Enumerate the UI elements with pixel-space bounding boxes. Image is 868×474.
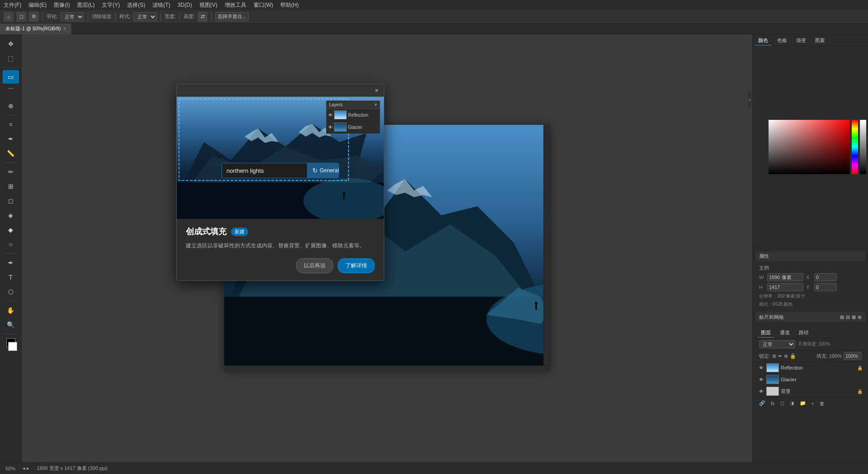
horizontal-scrollbar[interactable] xyxy=(224,365,550,372)
y-input[interactable] xyxy=(814,283,837,291)
menu-plugins[interactable]: 增效工具 xyxy=(225,1,246,9)
menu-help[interactable]: 帮助(H) xyxy=(280,1,299,9)
background-color[interactable] xyxy=(8,342,17,351)
object-select-tool[interactable]: ⊕ xyxy=(3,99,19,113)
menu-type[interactable]: 文字(Y) xyxy=(102,1,120,9)
menu-file[interactable]: 文件(F) xyxy=(4,1,21,9)
svg-point-9 xyxy=(535,302,538,304)
dodge-tool[interactable]: ○ xyxy=(3,237,19,251)
status-bar: 50% ◂ ▸ 1890 宽度 x 1417 像素 (300 ppi) xyxy=(0,462,868,474)
settings-icon[interactable]: ⚙ xyxy=(29,12,39,22)
vertical-scrollbar[interactable] xyxy=(543,125,550,365)
pattern-tab[interactable]: 图案 xyxy=(811,36,829,46)
layers-tab[interactable]: 图层 xyxy=(757,328,774,338)
channels-tab[interactable]: 通道 xyxy=(776,328,793,338)
swap-icon[interactable]: ⇄ xyxy=(198,12,208,22)
paths-tab[interactable]: 路径 xyxy=(795,328,812,338)
lightness-strip[interactable] xyxy=(860,120,866,174)
overlay-eye-2[interactable]: 👁 xyxy=(328,125,333,130)
layer-row-reflection[interactable]: 👁 Reflection 🔒 xyxy=(755,362,865,374)
lock-position-icon[interactable]: ⊕ xyxy=(784,353,788,359)
status-arrows[interactable]: ◂ ▸ xyxy=(23,465,29,471)
gradient-tab[interactable]: 渐变 xyxy=(793,36,810,46)
home-icon[interactable]: ⌂ xyxy=(4,12,14,22)
select-rect-tool[interactable]: ▭ xyxy=(3,70,19,84)
type-tool[interactable]: T xyxy=(3,270,19,284)
properties-section-header[interactable]: 属性 xyxy=(755,251,865,262)
eraser-tool[interactable]: ◻ xyxy=(3,194,19,208)
modal-title-row: 创成式填充 新建 xyxy=(186,226,375,237)
blend-mode-dropdown[interactable]: 正常 xyxy=(759,340,795,348)
layer-row-background[interactable]: 👁 背景 🔒 xyxy=(755,385,865,397)
new-group-icon[interactable]: 📁 xyxy=(798,399,808,407)
color-tab[interactable]: 颜色 xyxy=(755,36,772,46)
pen-tool[interactable]: ✒ xyxy=(3,256,19,270)
generate-input[interactable] xyxy=(222,164,307,178)
ruler-section-header[interactable]: 标尺和网格 ⊞ ⊟ ⊠ ⊛ xyxy=(755,312,865,323)
blur-tool[interactable]: ◆ xyxy=(3,223,19,237)
dismiss-button[interactable]: 以后再说 xyxy=(296,258,333,273)
menu-edit[interactable]: 编辑(E) xyxy=(28,1,47,9)
style-dropdown[interactable]: 正常 xyxy=(133,12,157,21)
width-input[interactable] xyxy=(767,273,803,281)
ruler-icon-3[interactable]: ⊠ xyxy=(852,314,856,320)
lock-all-icon[interactable]: 🔒 xyxy=(790,353,796,359)
shape-tool[interactable]: ⬡ xyxy=(3,285,19,299)
crop-tool[interactable]: ⌗ xyxy=(3,118,19,131)
adjustment-icon[interactable]: ◑ xyxy=(788,399,796,407)
lock-pixel-icon[interactable]: ⊞ xyxy=(772,353,776,359)
layer-eye-glacier[interactable]: 👁 xyxy=(758,377,764,382)
generate-bar: ↻ Generate xyxy=(222,163,339,178)
brush-tool[interactable]: ✏ xyxy=(3,165,19,179)
delete-layer-icon[interactable]: 🗑 xyxy=(818,400,826,407)
swatches-tab[interactable]: 色板 xyxy=(774,36,791,46)
overlay-layer-glacier[interactable]: 👁 Glacier xyxy=(326,121,380,133)
generate-button[interactable]: ↻ Generate xyxy=(307,163,339,178)
menu-filter[interactable]: 滤镜(T) xyxy=(152,1,170,9)
select-mask-button[interactable]: 选择并遮住... xyxy=(215,12,249,21)
measure-tool[interactable]: 📏 xyxy=(3,147,19,160)
menu-3d[interactable]: 3D(D) xyxy=(178,2,192,8)
link-layers-icon[interactable]: 🔗 xyxy=(757,399,767,407)
layer-eye-reflection[interactable]: 👁 xyxy=(758,365,764,370)
feather-dropdown[interactable]: 正常 xyxy=(61,12,84,21)
hue-strip[interactable] xyxy=(852,120,858,174)
lasso-tool[interactable]: ⌒ xyxy=(3,85,19,98)
learn-more-button[interactable]: 了解详情 xyxy=(338,258,375,273)
fx-icon[interactable]: fx xyxy=(769,400,777,407)
menu-image[interactable]: 图像(I) xyxy=(54,1,70,9)
x-input[interactable] xyxy=(814,273,837,281)
menu-select[interactable]: 选择(S) xyxy=(127,1,145,9)
tab-close-icon[interactable]: × xyxy=(63,26,66,31)
menu-view[interactable]: 视图(V) xyxy=(199,1,217,9)
collapse-panel-icon[interactable]: « xyxy=(747,90,752,109)
ruler-icon-2[interactable]: ⊟ xyxy=(846,314,850,320)
zoom-tool[interactable]: 🔍 xyxy=(3,318,19,332)
gradient-tool[interactable]: ◈ xyxy=(3,209,19,222)
svg-rect-8 xyxy=(535,303,537,310)
layer-eye-background[interactable]: 👁 xyxy=(758,389,764,394)
clone-tool[interactable]: ⊞ xyxy=(3,180,19,193)
height-input[interactable] xyxy=(767,283,803,291)
hand-tool[interactable]: ✋ xyxy=(3,303,19,317)
overlay-eye-1[interactable]: 👁 xyxy=(328,113,333,118)
modal-close-button[interactable]: × xyxy=(373,87,380,94)
color-picker[interactable] xyxy=(753,46,868,248)
ruler-icon-4[interactable]: ⊛ xyxy=(858,314,862,320)
overlay-layer-reflection[interactable]: 👁 Reflection xyxy=(326,109,380,121)
new-layer-icon[interactable]: + xyxy=(810,400,816,407)
layer-row-glacier[interactable]: 👁 Glacier xyxy=(755,374,865,385)
move-tool[interactable]: ✥ xyxy=(3,37,19,51)
ruler-icon-1[interactable]: ⊞ xyxy=(840,314,844,320)
add-mask-icon[interactable]: ◻ xyxy=(778,399,786,407)
document-tab[interactable]: 未标题-1 @ 50%(RGB/8) × xyxy=(0,24,72,34)
brush-preset-icon[interactable]: ◻ xyxy=(16,12,26,22)
fill-input[interactable] xyxy=(844,352,862,360)
menu-layer[interactable]: 图层(L) xyxy=(77,1,95,9)
layers-overlay-close[interactable]: × xyxy=(374,102,377,107)
artboard-tool[interactable]: ⬚ xyxy=(3,52,19,65)
menu-window[interactable]: 窗口(W) xyxy=(254,1,273,9)
lock-gradient-icon[interactable]: ✒ xyxy=(778,353,782,359)
color-gradient-picker[interactable] xyxy=(769,120,850,174)
eyedropper-tool[interactable]: ✒ xyxy=(3,132,19,146)
